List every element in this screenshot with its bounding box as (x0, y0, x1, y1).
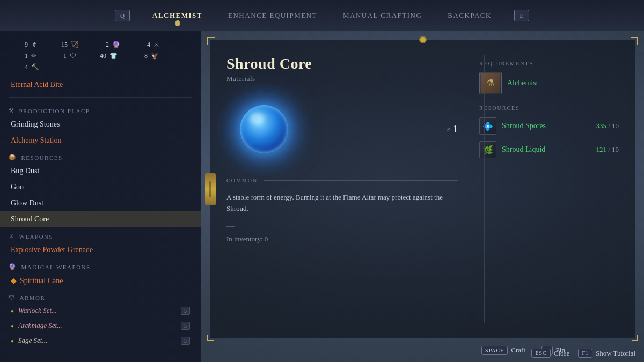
frame-scroll[interactable] (205, 173, 216, 205)
item-title: Shroud Core (226, 55, 463, 72)
resource-row-1: 9 🗡 (6, 40, 46, 50)
bow-icon: 🏹 (71, 41, 79, 49)
tutorial-button[interactable]: F1 Show Tutorial (578, 349, 635, 358)
close-key: ESC (531, 349, 550, 358)
shield-icon: 🛡 (70, 52, 76, 60)
tab-backpack[interactable]: Backpack (435, 7, 504, 24)
production-icon: ⚒ (9, 107, 15, 114)
liquid-qty: 121 / 10 (596, 145, 619, 154)
resource-row-6: 1 🛡 (45, 51, 85, 61)
item-description: A stable form of energy. Burning it at t… (226, 192, 463, 215)
liquid-name: Shroud Liquid (502, 145, 590, 154)
list-item-goo[interactable]: Goo (0, 179, 201, 195)
list-item-warlock-set[interactable]: ● Warlock Set... 5 (0, 303, 201, 318)
tab-manual[interactable]: Manual Crafting (330, 7, 435, 24)
section-weapons: ⚔ Weapons (0, 227, 201, 242)
requirements-header: REQUIREMENTS (479, 61, 619, 67)
list-item-glow-dust[interactable]: Glow Dust (0, 195, 201, 211)
section-magical-weapons: 🔮 Magical Weapons (0, 258, 201, 272)
alchemist-avatar (481, 73, 500, 93)
resource-item-spores: 💠 Shroud Spores 335 / 10 (479, 117, 619, 135)
resource-row-8: 8 🦅 (126, 51, 167, 61)
resource-row-4: 4 ⚔ (129, 40, 168, 50)
craft-label: Craft (511, 346, 525, 354)
item-quantity: 1 (453, 124, 458, 135)
spores-qty: 335 / 10 (596, 122, 619, 130)
item-dash: — (226, 221, 463, 231)
top-nav: Q Alchemist Enhance Equipment Manual Cra… (0, 0, 644, 31)
bullet-icon-3: ● (11, 338, 14, 344)
craft-key: SPACE (481, 346, 508, 355)
list-item-sage-set[interactable]: ● Sage Set... 5 (0, 333, 201, 348)
resource-item-liquid: 🌿 Shroud Liquid 121 / 10 (479, 141, 619, 158)
right-nav-key[interactable]: E (514, 10, 529, 21)
req-avatar (479, 72, 502, 94)
resource-row-2: 15 🏹 (46, 40, 87, 50)
armor-section-icon: 🛡 (9, 294, 16, 301)
tab-alchemist[interactable]: Alchemist (140, 7, 215, 24)
anvil-icon: 🔨 (31, 63, 39, 71)
resource-row-5: 1 ✏ (6, 51, 45, 61)
magical-icon: 🔮 (9, 263, 17, 270)
tutorial-key: F1 (578, 349, 592, 358)
item-image (226, 92, 302, 167)
spores-icon: 💠 (479, 117, 496, 135)
resource-row-9: 4 🔨 (6, 62, 48, 72)
list-item-bug-dust[interactable]: Bug Dust (0, 163, 201, 179)
magic-icon: 🔮 (112, 41, 120, 49)
req-name: Alchemist (507, 79, 538, 87)
section-armor: 🛡 Armor (0, 289, 201, 303)
resource-row-7: 40 👕 (85, 51, 126, 61)
list-item-explosive-grenade[interactable]: Explosive Powder Grenade (0, 242, 201, 258)
list-item-grinding-stones[interactable]: Grinding Stones (0, 116, 201, 132)
list-item-spiritual-cane[interactable]: ◆ Spiritual Cane (0, 272, 201, 289)
sword-icon: 🗡 (31, 41, 38, 49)
spores-name: Shroud Spores (502, 122, 590, 130)
sword2-icon: ⚔ (153, 41, 159, 49)
top-item[interactable]: Eternal Acid Bite (0, 77, 201, 93)
tab-enhance[interactable]: Enhance Equipment (215, 7, 330, 24)
section-resources: 📦 Resources (0, 149, 201, 163)
bullet-icon-2: ● (11, 323, 14, 329)
bullet-icon: ● (11, 308, 14, 314)
liquid-icon: 🌿 (479, 141, 496, 158)
list-item-archmage-set[interactable]: ● Archmage Set... 5 (0, 318, 201, 333)
item-orb (240, 105, 288, 153)
main-content: Shroud Core Materials × 1 Co (201, 31, 644, 362)
left-nav-key[interactable]: Q (115, 10, 130, 21)
craft-button[interactable]: SPACE Craft (481, 346, 525, 355)
content-frame: Shroud Core Materials × 1 Co (210, 40, 635, 338)
armor-icon: 👕 (109, 52, 118, 60)
section-production-place: ⚒ Production Place (0, 102, 201, 116)
bird-icon: 🦅 (151, 52, 159, 60)
close-label: Close (554, 349, 570, 358)
resources-icon: 📦 (9, 154, 17, 161)
list-item-alchemy-station[interactable]: Alchemy Station (0, 132, 201, 149)
left-panel: 9 🗡 15 🏹 2 🔮 4 ⚔ 1 ✏ 1 🛡 40 👕 8 🦅 (0, 31, 201, 362)
close-button[interactable]: ESC Close (531, 349, 569, 358)
bottom-right-controls: ESC Close F1 Show Tutorial (531, 349, 635, 358)
item-inventory: In inventory: 0 (226, 235, 463, 243)
tutorial-label: Show Tutorial (596, 349, 635, 358)
rarity-label: Common (226, 178, 258, 183)
weapons-icon: ⚔ (9, 233, 15, 240)
resources-header: RESOURCES (479, 105, 619, 111)
pen-icon: ✏ (31, 52, 36, 60)
requirement-item: Alchemist (479, 72, 619, 94)
resource-row-3: 2 🔮 (87, 40, 129, 50)
list-item-shroud-core[interactable]: Shroud Core (0, 211, 201, 227)
